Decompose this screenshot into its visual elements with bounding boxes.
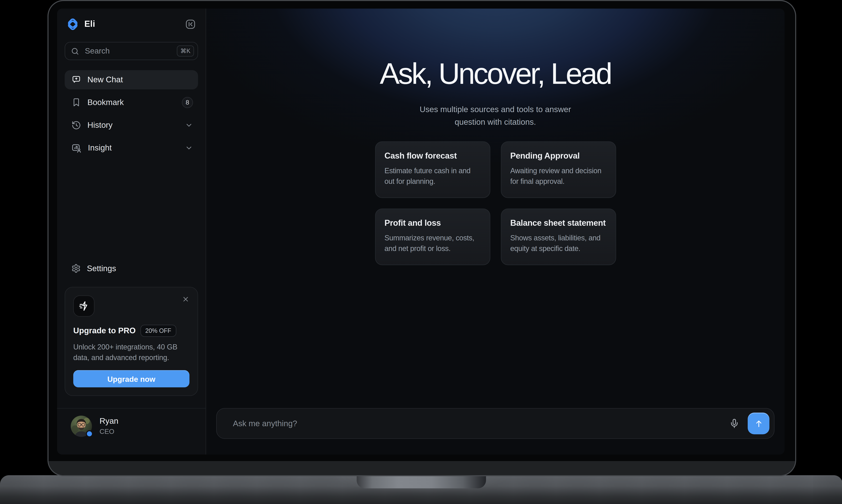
online-status-dot xyxy=(86,430,93,437)
suggestion-card-profit-loss[interactable]: Profit and loss Summarizes revenue, cost… xyxy=(375,209,490,265)
sidebar-item-insight[interactable]: Insight xyxy=(65,138,198,158)
sidebar-item-new-chat[interactable]: New Chat xyxy=(65,70,198,89)
app-window: Eli ⌘K xyxy=(57,8,785,454)
sidebar-item-bookmark[interactable]: Bookmark 8 xyxy=(65,93,198,112)
sidebar-item-label: Insight xyxy=(88,143,112,152)
suggestion-card-balance-sheet[interactable]: Balance sheet statement Shows assets, li… xyxy=(501,209,616,265)
card-title: Pending Approval xyxy=(510,151,608,161)
gear-icon xyxy=(71,264,81,273)
device-mockup: Eli ⌘K xyxy=(0,0,842,504)
suggestion-card-pending-approval[interactable]: Pending Approval Awaiting review and dec… xyxy=(501,141,616,198)
profile-name: Ryan xyxy=(100,417,119,426)
avatar xyxy=(71,416,92,437)
new-chat-icon xyxy=(71,75,81,85)
chevron-down-icon[interactable] xyxy=(185,121,193,129)
brand-row: Eli xyxy=(65,17,198,32)
card-description: Estimate future cash in and out for plan… xyxy=(384,166,480,186)
monitor-frame: Eli ⌘K xyxy=(49,1,795,475)
monitor-stand-neck xyxy=(357,475,486,488)
card-title: Profit and loss xyxy=(384,218,482,228)
chevron-down-icon[interactable] xyxy=(185,144,193,152)
chat-input[interactable] xyxy=(232,418,721,429)
collapse-sidebar-icon[interactable] xyxy=(184,18,197,30)
sidebar-nav: New Chat Bookmark 8 xyxy=(65,70,198,158)
page-subtitle: Uses multiple sources and tools to answe… xyxy=(412,104,579,129)
sidebar-item-history[interactable]: History xyxy=(65,116,198,135)
logo-icon xyxy=(66,18,79,31)
main-panel: Ask, Uncover, Lead Uses multiple sources… xyxy=(206,8,785,454)
card-description: Awaiting review and decision for final a… xyxy=(510,166,605,186)
upgrade-icon xyxy=(73,295,94,317)
page-title: Ask, Uncover, Lead xyxy=(206,57,785,91)
sidebar-spacer xyxy=(65,158,198,259)
upgrade-card: Upgrade to PRO 20% OFF Unlock 200+ integ… xyxy=(65,287,198,396)
search-shortcut-badge: ⌘K xyxy=(177,46,194,57)
sidebar-item-label: Bookmark xyxy=(87,98,124,107)
upgrade-title-row: Upgrade to PRO 20% OFF xyxy=(73,325,190,337)
sidebar-item-label: New Chat xyxy=(87,75,123,84)
sidebar-item-settings[interactable]: Settings xyxy=(65,259,198,278)
search-box[interactable]: ⌘K xyxy=(65,42,198,60)
search-icon xyxy=(71,47,79,55)
profile-row[interactable]: Ryan CEO xyxy=(57,408,205,454)
settings-label: Settings xyxy=(87,264,116,273)
upgrade-title: Upgrade to PRO xyxy=(73,326,136,335)
upgrade-description: Unlock 200+ integrations, 40 GB data, an… xyxy=(73,342,190,363)
profile-role: CEO xyxy=(100,428,119,435)
history-icon xyxy=(71,120,81,130)
card-title: Cash flow forecast xyxy=(384,151,482,161)
card-title: Balance sheet statement xyxy=(510,218,608,228)
suggestion-cards: Cash flow forecast Estimate future cash … xyxy=(375,141,616,265)
brand-name: Eli xyxy=(84,19,95,29)
message-composer[interactable] xyxy=(216,408,774,439)
send-button[interactable] xyxy=(748,413,769,434)
sidebar-item-label: History xyxy=(87,121,112,130)
card-description: Shows assets, liabilities, and equity at… xyxy=(510,233,605,253)
card-description: Summarizes revenue, costs, and net profi… xyxy=(384,233,480,253)
monitor-chin xyxy=(49,461,795,475)
mic-icon[interactable] xyxy=(729,418,740,429)
discount-badge: 20% OFF xyxy=(140,325,176,337)
search-input[interactable] xyxy=(84,46,172,56)
upgrade-now-button[interactable]: Upgrade now xyxy=(73,370,190,388)
sidebar: Eli ⌘K xyxy=(57,8,206,454)
close-icon[interactable] xyxy=(182,295,190,303)
bookmark-count-badge: 8 xyxy=(182,97,193,108)
insight-icon xyxy=(71,143,82,154)
suggestion-card-cash-flow[interactable]: Cash flow forecast Estimate future cash … xyxy=(375,141,490,198)
bookmark-icon xyxy=(71,97,81,108)
